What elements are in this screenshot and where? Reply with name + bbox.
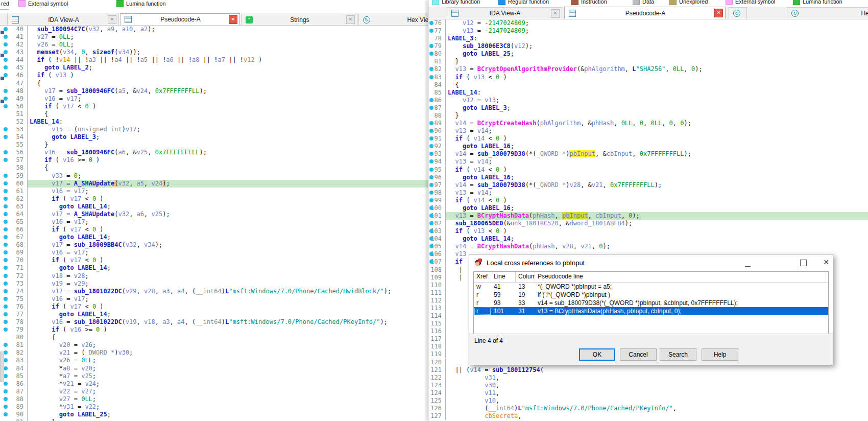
- code-line[interactable]: 64 v17 = A_SHAUpdate(v32, a6, v25);: [0, 211, 428, 218]
- code-line[interactable]: 51 {: [0, 110, 428, 118]
- xref-row[interactable]: r10131v13 = BCryptHashData(phHash, pbInp…: [474, 307, 828, 315]
- code-line[interactable]: 54 goto LABEL_3;: [0, 133, 428, 141]
- code-line[interactable]: 83 if ( v13 < 0 ): [428, 74, 868, 81]
- tab-ida-view-a[interactable]: IDA View-A✕: [447, 7, 562, 19]
- tab-close-icon[interactable]: ✕: [346, 15, 355, 24]
- code-line[interactable]: 80 goto LABEL_25;: [428, 50, 868, 58]
- code-line[interactable]: 56 v16 = sub_1800946FC(a6, &v25, 0x7FFFF…: [0, 149, 428, 156]
- code-line[interactable]: 70 if ( v17 < 0 ): [0, 256, 428, 264]
- cancel-button[interactable]: Cancel: [620, 348, 657, 361]
- column-header[interactable]: Pseudocode line: [535, 272, 826, 282]
- ok-button[interactable]: OK: [579, 348, 615, 361]
- code-line[interactable]: 94 v13 = v14;: [428, 158, 868, 166]
- tab-close-icon[interactable]: ✕: [714, 9, 723, 17]
- dock-marker-icon[interactable]: [1, 31, 4, 34]
- scrollbar-fragment[interactable]: [0, 352, 4, 382]
- code-line[interactable]: 46 if ( v13 ): [0, 72, 428, 79]
- code-line[interactable]: 84 {: [428, 81, 868, 89]
- code-line[interactable]: 43 memset(v34, 0, sizeof(v34));: [0, 49, 428, 56]
- code-line[interactable]: 80 {: [0, 334, 428, 341]
- code-line[interactable]: 98 v13 = v14;: [428, 189, 868, 197]
- code-line[interactable]: 47 {: [0, 80, 428, 87]
- column-header[interactable]: Xref: [474, 272, 491, 282]
- code-line[interactable]: 99 if ( v14 < 0 ): [428, 197, 868, 204]
- tab-close-icon[interactable]: ✕: [108, 15, 116, 24]
- code-line[interactable]: 91 if ( v14 < 0 ): [428, 135, 868, 143]
- code-line[interactable]: 63 goto LABEL_14;: [0, 203, 428, 211]
- tab-close-icon[interactable]: ✕: [229, 15, 237, 24]
- tab-close-icon[interactable]: ✕: [551, 9, 560, 18]
- code-line[interactable]: 81 v20 = v26;: [0, 341, 428, 349]
- code-line[interactable]: 53 v15 = (unsigned int)v17;: [0, 126, 428, 133]
- code-line[interactable]: 77 goto LABEL_14;: [0, 311, 428, 318]
- code-line[interactable]: 52LABEL_14:: [0, 118, 428, 126]
- code-line[interactable]: 81 }: [428, 58, 868, 65]
- code-line[interactable]: 93 v14 = sub_180079D38(*(_QWORD *)pbInpu…: [428, 150, 868, 158]
- code-line[interactable]: 75 v16 = v17;: [0, 295, 428, 303]
- xref-table[interactable]: XrefLineColumnPseudocode linew4113*(_QWO…: [473, 271, 829, 334]
- code-line[interactable]: 55 }: [0, 141, 428, 149]
- code-line[interactable]: 97 v14 = sub_180079D38(*(_QWORD *)v28, &…: [428, 181, 868, 189]
- code-line[interactable]: 89 *v31 = v22;: [0, 403, 428, 411]
- code-line[interactable]: 96 goto LABEL_16;: [428, 174, 868, 181]
- code-line[interactable]: 71 goto LABEL_14;: [0, 264, 428, 272]
- code-line[interactable]: 41 v27 = 0LL;: [0, 33, 428, 41]
- tab-strings[interactable]: ”Strings✕: [241, 14, 357, 25]
- code-line[interactable]: 95 if ( v14 < 0 ): [428, 166, 868, 174]
- tab-pseudocode-a[interactable]: Pseudocode-A✕: [120, 13, 240, 25]
- code-line[interactable]: 90 goto LABEL_25;: [0, 411, 428, 418]
- code-line[interactable]: 102 sub_180065DE0(&unk_18018C520, &dword…: [428, 220, 868, 227]
- code-line[interactable]: 92 goto LABEL_16;: [428, 143, 868, 150]
- code-line[interactable]: 65 v16 = v17;: [0, 218, 428, 226]
- code-line[interactable]: 58 {: [0, 164, 428, 172]
- code-line[interactable]: 126 (__int64)L"msft:Windows/7.0/Phone/Ca…: [428, 405, 868, 412]
- code-line[interactable]: 82 v21 = (_DWORD *)v30;: [0, 349, 428, 357]
- code-line[interactable]: 122 v31,: [428, 374, 868, 382]
- code-line[interactable]: 101 v13 = BCryptHashData(phHash, pbInput…: [428, 212, 868, 220]
- code-line[interactable]: 79 if ( v16 >= 0 ): [0, 326, 428, 334]
- code-line[interactable]: 88 v27 = 0LL;: [0, 395, 428, 403]
- code-line[interactable]: 72 v18 = v28;: [0, 272, 428, 280]
- close-button[interactable]: ✕: [822, 259, 831, 267]
- code-line[interactable]: 62 if ( v17 < 0 ): [0, 195, 428, 203]
- code-line[interactable]: 44 if ( !v14 || !a3 || !a4 || !a5 || !a6…: [0, 56, 428, 64]
- tab-pseudocode-a[interactable]: Pseudocode-A✕: [564, 7, 726, 19]
- code-line[interactable]: 103 if ( v13 < 0 ): [428, 227, 868, 235]
- code-line[interactable]: 66 if ( v17 < 0 ): [0, 226, 428, 233]
- code-line[interactable]: 85LABEL_14:: [428, 89, 868, 97]
- code-line[interactable]: 78 v16 = sub_1801022DC(v19, v18, a3, a4,…: [0, 318, 428, 326]
- code-line[interactable]: 83 v26 = 0LL;: [0, 357, 428, 364]
- code-line[interactable]: 73 v19 = v29;: [0, 280, 428, 288]
- code-line[interactable]: 87 v22 = v27;: [0, 388, 428, 395]
- tab-hex-view-1[interactable]: ↻Hex View-1: [358, 14, 428, 25]
- code-line[interactable]: 40 sub_180094C7C(v32, a9, a10, a2);: [0, 26, 428, 33]
- code-line[interactable]: 78LABEL_3:: [428, 35, 868, 42]
- tab-icon[interactable]: ↻: [729, 7, 747, 19]
- column-header[interactable]: Column: [516, 272, 535, 282]
- code-line[interactable]: 84 *a8 = v20;: [0, 365, 428, 372]
- code-line[interactable]: 88 }: [428, 112, 868, 120]
- code-line[interactable]: 68 v17 = sub_18009BB4C(v32, v34);: [0, 241, 428, 249]
- code-line[interactable]: 50 if ( v17 < 0 ): [0, 103, 428, 110]
- code-line[interactable]: 76 v12 = -2147024809;: [428, 19, 868, 27]
- code-line[interactable]: 105 v14 = BCryptHashData(phHash, v28, v2…: [428, 243, 868, 250]
- code-line[interactable]: 104 goto LABEL_14;: [428, 235, 868, 243]
- code-line[interactable]: 79 sub_18006E3C8(v12);: [428, 42, 868, 50]
- code-line[interactable]: 125 v10,: [428, 397, 868, 405]
- code-line[interactable]: 61 v16 = v17;: [0, 188, 428, 195]
- code-line[interactable]: 100 goto LABEL_16;: [428, 204, 868, 212]
- help-button[interactable]: Help: [702, 348, 738, 361]
- xref-row[interactable]: w4113*(_QWORD *)pbInput = a5;: [474, 283, 828, 291]
- code-line[interactable]: 86 *v21 = v24;: [0, 380, 428, 388]
- code-line[interactable]: 85 *a7 = v25;: [0, 372, 428, 380]
- code-line[interactable]: 45 goto LABEL_2;: [0, 64, 428, 72]
- dock-marker-icon[interactable]: [1, 100, 4, 103]
- minimize-button[interactable]: [745, 262, 751, 267]
- xref-row[interactable]: r9333v14 = sub_180079D38(*(_QWORD *)pbIn…: [474, 299, 828, 307]
- code-line[interactable]: 48 v17 = sub_1800946FC(a5, &v24, 0x7FFFF…: [0, 87, 428, 95]
- code-line[interactable]: 60 v17 = A_SHAUpdate(v32, a5, v24);: [0, 180, 428, 188]
- code-line[interactable]: 121 || (v14 = sub_180112754(: [428, 366, 868, 374]
- code-line[interactable]: 49 v16 = v17;: [0, 95, 428, 103]
- code-line[interactable]: 57 if ( v16 >= 0 ): [0, 156, 428, 164]
- dialog-title-bar[interactable]: Local cross references to pbInput: [469, 254, 833, 271]
